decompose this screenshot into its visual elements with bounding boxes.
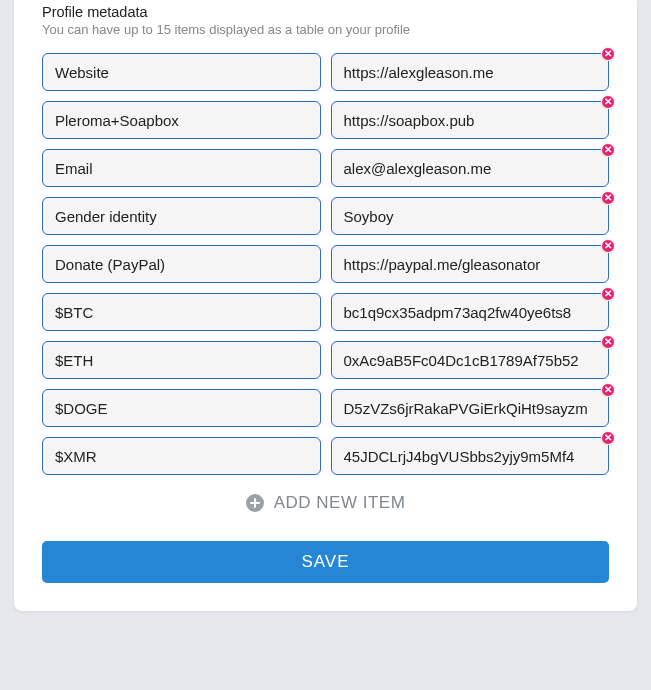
save-button[interactable]: SAVE: [42, 541, 609, 583]
metadata-rows: ✕✕✕✕✕✕✕✕✕: [42, 53, 609, 475]
remove-row-button[interactable]: ✕: [601, 47, 615, 61]
metadata-value-input[interactable]: [331, 197, 610, 235]
metadata-value-input[interactable]: [331, 53, 610, 91]
metadata-label-input[interactable]: [42, 53, 321, 91]
close-icon: ✕: [604, 145, 612, 155]
metadata-value-input[interactable]: [331, 437, 610, 475]
metadata-label-input[interactable]: [42, 389, 321, 427]
remove-row-button[interactable]: ✕: [601, 143, 615, 157]
metadata-row: ✕: [42, 341, 609, 379]
close-icon: ✕: [604, 97, 612, 107]
remove-row-button[interactable]: ✕: [601, 287, 615, 301]
close-icon: ✕: [604, 433, 612, 443]
remove-row-button[interactable]: ✕: [601, 431, 615, 445]
profile-metadata-card: Profile metadata You can have up to 15 i…: [14, 0, 637, 611]
metadata-row: ✕: [42, 293, 609, 331]
metadata-value-input[interactable]: [331, 341, 610, 379]
metadata-label-input[interactable]: [42, 341, 321, 379]
section-title: Profile metadata: [42, 0, 609, 20]
remove-row-button[interactable]: ✕: [601, 191, 615, 205]
remove-row-button[interactable]: ✕: [601, 383, 615, 397]
remove-row-button[interactable]: ✕: [601, 239, 615, 253]
close-icon: ✕: [604, 193, 612, 203]
metadata-row: ✕: [42, 149, 609, 187]
close-icon: ✕: [604, 241, 612, 251]
metadata-row: ✕: [42, 197, 609, 235]
metadata-value-input[interactable]: [331, 101, 610, 139]
save-button-label: SAVE: [301, 552, 349, 571]
metadata-value-input[interactable]: [331, 293, 610, 331]
metadata-label-input[interactable]: [42, 437, 321, 475]
close-icon: ✕: [604, 337, 612, 347]
metadata-row: ✕: [42, 245, 609, 283]
remove-row-button[interactable]: ✕: [601, 95, 615, 109]
metadata-label-input[interactable]: [42, 293, 321, 331]
metadata-row: ✕: [42, 101, 609, 139]
metadata-label-input[interactable]: [42, 101, 321, 139]
close-icon: ✕: [604, 289, 612, 299]
metadata-label-input[interactable]: [42, 149, 321, 187]
close-icon: ✕: [604, 49, 612, 59]
metadata-label-input[interactable]: [42, 197, 321, 235]
metadata-row: ✕: [42, 53, 609, 91]
add-new-item-button[interactable]: ADD NEW ITEM: [42, 493, 609, 513]
remove-row-button[interactable]: ✕: [601, 335, 615, 349]
metadata-value-input[interactable]: [331, 389, 610, 427]
add-new-item-label: ADD NEW ITEM: [274, 493, 406, 513]
metadata-row: ✕: [42, 437, 609, 475]
metadata-value-input[interactable]: [331, 149, 610, 187]
metadata-row: ✕: [42, 389, 609, 427]
metadata-label-input[interactable]: [42, 245, 321, 283]
plus-circle-icon: [246, 494, 264, 512]
metadata-value-input[interactable]: [331, 245, 610, 283]
section-subtitle: You can have up to 15 items displayed as…: [42, 22, 609, 37]
close-icon: ✕: [604, 385, 612, 395]
